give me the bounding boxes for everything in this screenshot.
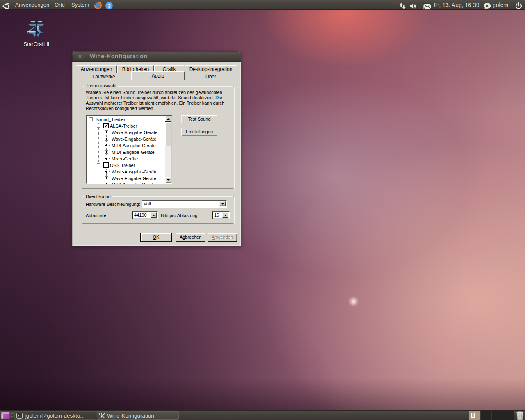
svg-text:?: ? [107,3,111,9]
